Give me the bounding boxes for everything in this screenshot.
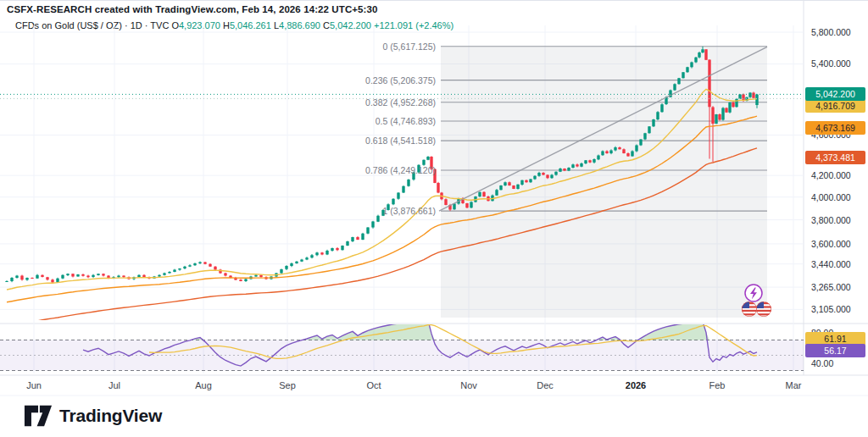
time-axis-label[interactable]: Oct	[366, 380, 381, 390]
price-axis-tick: 3,105.000	[811, 304, 851, 314]
price-axis-tick: 3,600.000	[811, 239, 851, 249]
price-axis-tick: 3,265.000	[811, 282, 851, 292]
time-axis-label[interactable]: Dec	[537, 380, 554, 390]
price-badge-ma-mid: 4,673.169	[805, 121, 865, 135]
time-axis-label[interactable]: Aug	[195, 380, 212, 390]
price-axis-tick: 5,400.000	[811, 58, 851, 69]
time-axis-label[interactable]: Jul	[108, 380, 120, 390]
price-badge-rsi-line: 56.17	[805, 344, 865, 357]
price-axis-tick: 3,800.000	[811, 215, 851, 225]
price-axis-tick: 5,800.000	[811, 27, 851, 37]
time-axis-label[interactable]: Feb	[709, 380, 726, 390]
price-badge-ma-slow: 4,373.481	[805, 151, 865, 164]
time-axis-label[interactable]: Jun	[26, 380, 42, 390]
fib-retracement-box	[441, 47, 767, 318]
fib-level-label: 0.786 (4,249.120)	[0, 165, 436, 175]
time-axis-label[interactable]: 2026	[626, 380, 646, 390]
fib-level-label: 0.5 (4,746.893)	[0, 116, 436, 126]
flag-icon-left	[742, 301, 757, 317]
fib-level-label: 0.236 (5,206.375)	[0, 75, 436, 86]
price-axis-tick: 4,000.000	[811, 192, 851, 202]
price-chart-canvas[interactable]	[0, 0, 868, 437]
fib-level-label: 0.618 (4,541.518)	[0, 136, 436, 146]
fib-level-label: 0 (5,617.125)	[0, 41, 436, 52]
time-axis-label[interactable]: Nov	[460, 380, 477, 390]
rsi-axis-tick: 40.00	[811, 358, 833, 368]
price-badge-current: 5,042.200	[805, 87, 865, 101]
time-axis-label[interactable]: Mar	[786, 380, 802, 390]
fib-level-label: 0.382 (4,952.268)	[0, 97, 436, 108]
time-axis-label[interactable]: Sep	[279, 380, 296, 390]
tradingview-logo-icon	[24, 404, 53, 428]
price-axis-tick: 3,440.000	[811, 259, 851, 269]
fib-level-label: 1 (3,876.661)	[0, 206, 436, 216]
tradingview-chart-window: CSFX-RESEARCH created with TradingView.c…	[0, 0, 868, 437]
flag-icon-right	[756, 301, 771, 317]
tradingview-logo-text[interactable]: TradingView	[59, 406, 162, 426]
price-axis-tick: 4,200.000	[811, 170, 851, 180]
